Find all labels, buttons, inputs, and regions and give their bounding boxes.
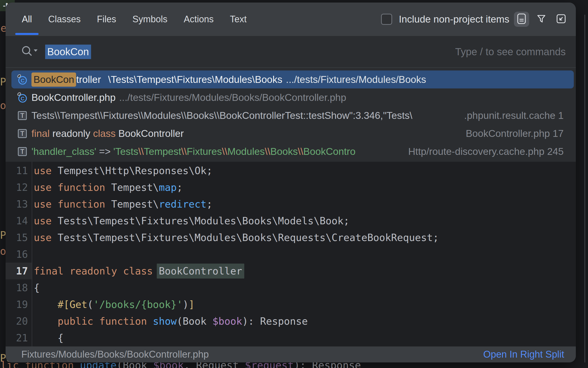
result-location: BookController.php 17 <box>458 128 564 139</box>
svg-text:C: C <box>21 96 24 101</box>
code-line-11: 11use Tempest\Http\Responses\Ok; <box>6 162 576 179</box>
text-match-icon: T <box>17 128 28 139</box>
result-row-4[interactable]: Tfinal readonly class BookControllerBook… <box>11 124 574 142</box>
dialog-header: AllClassesFilesSymbolsActionsText Includ… <box>6 3 576 36</box>
text-match-icon: T <box>17 146 28 157</box>
svg-text:T: T <box>20 130 24 137</box>
header-right: Include non-project items <box>381 3 569 36</box>
code-line-17: 17final readonly class BookController <box>6 263 576 279</box>
line-number: 14 <box>6 212 32 229</box>
result-text: BookController\Tests\Tempest\Fixtures\Mo… <box>31 74 426 85</box>
line-number: 11 <box>6 162 32 179</box>
tab-all[interactable]: All <box>22 3 32 36</box>
result-text: Tests\\Tempest\\Fixtures\\Modules\\Books… <box>31 110 412 121</box>
tab-actions[interactable]: Actions <box>184 3 214 36</box>
tab-files[interactable]: Files <box>97 3 116 36</box>
search-everywhere-dialog: AllClassesFilesSymbolsActionsText Includ… <box>6 3 576 362</box>
code-text: final readonly class BookController <box>34 265 242 277</box>
code-line-13: 13use function Tempest\redirect; <box>6 196 576 212</box>
code-text: use Tests\Tempest\Fixtures\Modules\Books… <box>34 232 439 243</box>
editor-split-line <box>584 15 585 362</box>
tab-classes[interactable]: Classes <box>48 3 81 36</box>
result-row-3[interactable]: TTests\\Tempest\\Fixtures\\Modules\\Book… <box>11 106 574 124</box>
line-number: 19 <box>6 296 32 313</box>
filter-button[interactable] <box>534 12 549 27</box>
code-line-16: 16 <box>6 246 576 263</box>
svg-text:T: T <box>20 112 24 119</box>
preview-panel-icon <box>517 13 526 25</box>
code-line-12: 12use function Tempest\map; <box>6 179 576 196</box>
code-line-20: 20 public function show(Book $book): Res… <box>6 313 576 329</box>
result-location: .phpunit.result.cache 1 <box>457 110 564 121</box>
code-line-14: 14use Tests\Tempest\Fixtures\Modules\Boo… <box>6 212 576 229</box>
code-line-18: 18{ <box>6 279 576 296</box>
code-preview-pane[interactable]: 11use Tempest\Http\Responses\Ok;12use fu… <box>6 162 576 346</box>
code-text: { <box>34 282 40 293</box>
result-row-5[interactable]: T'handler_class' => 'Tests\\Tempest\\Fix… <box>11 142 574 160</box>
line-number: 21 <box>6 329 32 346</box>
code-line-21: 21 { <box>6 329 576 346</box>
footer-file-path: Fixtures/Modules/Books/BookController.ph… <box>21 349 209 360</box>
text-match-icon: T <box>17 110 28 121</box>
line-number: 17 <box>6 263 32 279</box>
result-row-1[interactable]: CBookController\Tests\Tempest\Fixtures\M… <box>11 70 574 88</box>
line-number: 18 <box>6 279 32 296</box>
screen: -M ePooTPooTPo lic function update(Book … <box>0 0 588 368</box>
result-text: 'handler_class' => 'Tests\\Tempest\\Fixt… <box>31 146 356 157</box>
include-non-project-checkbox[interactable] <box>381 14 392 25</box>
result-location: Http/route-discovery.cache.php 245 <box>401 146 564 157</box>
code-text: use function Tempest\map; <box>34 182 183 193</box>
result-row-2[interactable]: CBookController.php.../tests/Fixtures/Mo… <box>11 88 574 106</box>
filter-icon <box>536 13 547 25</box>
line-number: 15 <box>6 229 32 246</box>
code-text: use Tempest\Http\Responses\Ok; <box>34 165 212 176</box>
code-text: { <box>34 332 63 344</box>
search-field[interactable]: BookCon Type / to see commands <box>6 36 576 68</box>
tabs: AllClassesFilesSymbolsActionsText <box>22 3 247 36</box>
svg-text:T: T <box>20 148 24 155</box>
preview-toggle-button[interactable] <box>514 12 529 27</box>
results-list: CBookController\Tests\Tempest\Fixtures\M… <box>6 68 576 162</box>
line-number: 12 <box>6 179 32 196</box>
php-class-icon: C <box>17 74 28 85</box>
open-in-right-split-link[interactable]: Open In Right Split <box>483 349 564 360</box>
result-text: final readonly class BookController <box>31 128 184 139</box>
svg-text:C: C <box>21 78 24 83</box>
tab-symbols[interactable]: Symbols <box>132 3 167 36</box>
tab-text[interactable]: Text <box>230 3 247 36</box>
code-line-19: 19 #[Get('/books/{book}')] <box>6 296 576 313</box>
include-non-project-label: Include non-project items <box>399 14 509 25</box>
open-in-find-window-icon <box>556 13 567 25</box>
search-icon <box>20 44 41 59</box>
php-class-icon: C <box>17 92 28 103</box>
search-hint: Type / to see commands <box>455 46 566 58</box>
code-text: public function show(Book $book): Respon… <box>34 316 308 327</box>
dialog-footer: Fixtures/Modules/Books/BookController.ph… <box>6 346 576 362</box>
open-in-find-window-button[interactable] <box>554 12 569 27</box>
code-text: use Tests\Tempest\Fixtures\Modules\Books… <box>34 215 349 227</box>
code-text: #[Get('/books/{book}')] <box>34 299 195 310</box>
line-number: 20 <box>6 313 32 329</box>
code-text: use function Tempest\redirect; <box>34 198 212 210</box>
code-line-15: 15use Tests\Tempest\Fixtures\Modules\Boo… <box>6 229 576 246</box>
line-number: 13 <box>6 196 32 212</box>
line-number: 16 <box>6 246 32 263</box>
search-input[interactable]: BookCon <box>45 45 91 59</box>
result-text: BookController.php.../tests/Fixtures/Mod… <box>31 92 346 103</box>
